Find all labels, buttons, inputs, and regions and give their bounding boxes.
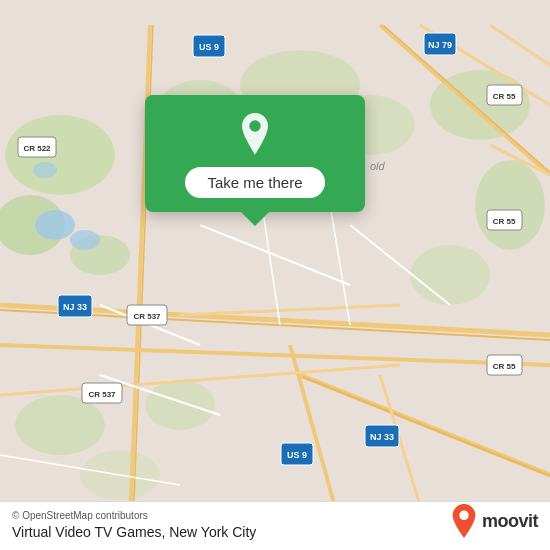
svg-text:NJ 79: NJ 79 bbox=[428, 40, 452, 50]
popup-card: Take me there bbox=[145, 95, 365, 212]
svg-point-13 bbox=[35, 210, 75, 240]
svg-text:CR 55: CR 55 bbox=[493, 92, 516, 101]
svg-point-62 bbox=[249, 120, 260, 131]
take-me-there-button[interactable]: Take me there bbox=[185, 167, 324, 198]
svg-text:NJ 33: NJ 33 bbox=[370, 432, 394, 442]
svg-text:CR 537: CR 537 bbox=[88, 390, 116, 399]
map-container: US 9 NJ 79 CR 522 CR 55 CR 55 CR 537 NJ … bbox=[0, 0, 550, 550]
svg-text:US 9: US 9 bbox=[287, 450, 307, 460]
moovit-label: moovit bbox=[482, 511, 538, 532]
svg-point-11 bbox=[15, 395, 105, 455]
svg-point-63 bbox=[459, 511, 468, 520]
svg-point-10 bbox=[145, 380, 215, 430]
svg-text:US 9: US 9 bbox=[199, 42, 219, 52]
svg-point-6 bbox=[410, 245, 490, 305]
svg-point-14 bbox=[70, 230, 100, 250]
svg-text:old: old bbox=[370, 160, 386, 172]
svg-text:CR 55: CR 55 bbox=[493, 362, 516, 371]
svg-text:CR 537: CR 537 bbox=[133, 312, 161, 321]
moovit-pin-icon bbox=[450, 504, 478, 538]
svg-text:NJ 33: NJ 33 bbox=[63, 302, 87, 312]
map-background: US 9 NJ 79 CR 522 CR 55 CR 55 CR 537 NJ … bbox=[0, 0, 550, 550]
location-pin-icon bbox=[233, 113, 277, 157]
svg-text:CR 55: CR 55 bbox=[493, 217, 516, 226]
moovit-branding: moovit bbox=[450, 504, 538, 538]
svg-text:CR 522: CR 522 bbox=[23, 144, 51, 153]
svg-point-5 bbox=[475, 160, 545, 250]
svg-point-15 bbox=[33, 162, 57, 178]
